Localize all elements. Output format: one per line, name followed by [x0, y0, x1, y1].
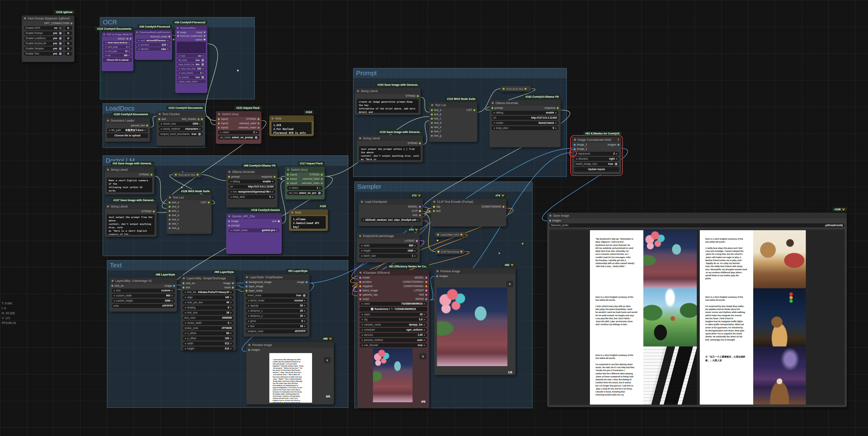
output-dot[interactable] [201, 118, 203, 120]
switch-any-117[interactable]: #117 Impact PackSwitch (Any)input1STRING… [285, 167, 325, 199]
preview-image-86[interactable]: #86Preview Imageimages"I just believe th… [246, 342, 334, 404]
clip-text-encode-2[interactable]: CLIP Text Encode (P.. [435, 249, 464, 254]
node-titlebar[interactable]: String Literal [105, 167, 154, 173]
increment-arrow-icon[interactable] [424, 303, 425, 305]
decrement-arrow-icon[interactable] [113, 289, 115, 291]
output-dot[interactable] [278, 220, 280, 222]
widget-distance_y[interactable]: distance_y25 [246, 314, 307, 318]
close-preview-button[interactable]: x [323, 357, 331, 363]
bypass-toggle[interactable]: Enable OCRno [24, 26, 63, 30]
string-literal-43[interactable]: #43 Save Image with Generat..String Lite… [105, 167, 154, 194]
input-dot[interactable] [158, 118, 160, 120]
increment-arrow-icon[interactable] [304, 300, 306, 302]
toggle-knob-icon[interactable] [615, 163, 618, 165]
output-dot[interactable] [425, 277, 427, 279]
input-dot[interactable] [431, 131, 433, 132]
toggle-knob-icon[interactable] [202, 59, 204, 62]
collapse-dot[interactable] [359, 235, 361, 237]
randomize-seed-button[interactable]: Randomize /742588048699618 [360, 307, 427, 311]
node-graph-canvas[interactable]: OCRLoadDocsDoctoLLMPromptSamplerText#119… [0, 0, 868, 436]
widget-file_path[interactable]: file_path布熊男友T.docx [107, 128, 148, 132]
string-literal-127[interactable]: #127 Save Image with Generat..String Lit… [105, 204, 157, 237]
node-titlebar[interactable]: LayerUtility: ColorImage V2 [110, 278, 177, 284]
input-slot[interactable]: text_c [431, 117, 441, 120]
collapse-dot[interactable] [169, 196, 171, 198]
input-slot[interactable]: image_1 [574, 143, 587, 146]
input-dot[interactable] [218, 118, 220, 120]
text-widget[interactable]: Make a short English summary of the foll… [107, 178, 152, 192]
node-titlebar[interactable]: DownloadAndLoadFlorence2Model [135, 30, 172, 35]
string-literal-116[interactable]: #116 Save Image with Generat..String Lit… [357, 135, 423, 162]
ollama-generate-102[interactable]: #102 ComfyUi-Ollama-YNOllama Generatepro… [490, 100, 561, 147]
output-dot[interactable] [321, 182, 323, 184]
input-dot[interactable] [359, 281, 361, 283]
widget-size[interactable]: sizecustom [112, 288, 175, 292]
document-loader[interactable]: #120 ComfyUI-DocumentsDocument Loaderpar… [105, 118, 150, 142]
increment-arrow-icon[interactable] [129, 46, 130, 48]
increment-arrow-icon[interactable] [424, 334, 425, 336]
decrement-arrow-icon[interactable] [184, 291, 186, 293]
text-list-115[interactable]: #115 WAS Node SuiteText Listtext_aLISTte… [429, 102, 477, 142]
input-dot[interactable] [287, 182, 289, 184]
output-slot[interactable]: STRING [310, 173, 323, 176]
input-slot[interactable]: input1 [287, 173, 297, 176]
widget-model_name[interactable]: model_namegemini-pro [228, 228, 280, 232]
input-dot[interactable] [248, 349, 250, 351]
output-dot[interactable] [146, 125, 148, 127]
input-dot[interactable] [168, 223, 170, 225]
button-choose-file-to-upload[interactable]: Choose file to upload [107, 133, 148, 138]
button-update-inputs[interactable]: Update inputs [574, 167, 619, 172]
decrement-arrow-icon[interactable] [184, 296, 186, 299]
toggle-knob-icon[interactable] [59, 42, 62, 45]
widget-invert_mask[interactable]: invert_masktrue [246, 293, 307, 298]
input-slot[interactable]: prompt [491, 106, 503, 110]
increment-arrow-icon[interactable] [414, 255, 416, 257]
increment-arrow-icon[interactable] [230, 312, 232, 314]
ksampler-efficient[interactable]: #81 Efficiency Nodes for Co..KSampler (E… [358, 270, 429, 408]
output-slot[interactable]: MODEL [408, 205, 421, 208]
decrement-arrow-icon[interactable] [361, 318, 363, 320]
output-dot[interactable] [425, 285, 427, 287]
decrement-arrow-icon[interactable] [361, 344, 363, 346]
widget-select[interactable]: select1 [287, 186, 322, 190]
output-dot[interactable] [419, 142, 421, 144]
input-dot[interactable] [359, 298, 361, 300]
input-dot[interactable] [246, 281, 248, 283]
output-slot[interactable]: text [272, 220, 280, 223]
widget-filename_prefix[interactable]: filename_prefixpdfread/comfy [549, 223, 845, 227]
input-slot[interactable]: clip [433, 205, 440, 208]
widget-cfg[interactable]: cfg5.0 [360, 318, 427, 322]
decrement-arrow-icon[interactable] [230, 229, 231, 231]
widget-debug[interactable]: debugenable [492, 111, 558, 115]
pdf-to-image[interactable]: #110 ComfyUI-DocumentsPDF to Image (Mult… [102, 32, 133, 71]
decrement-arrow-icon[interactable] [113, 294, 115, 297]
collapse-dot[interactable] [136, 31, 138, 33]
decrement-arrow-icon[interactable] [105, 41, 106, 43]
clip-text-encode-prompt[interactable]: #74CLIP Text Encode (Prompt)clipCONDITIO… [431, 199, 506, 226]
goto-group-button[interactable] [65, 31, 72, 35]
output-slot[interactable]: florence2_model [151, 35, 170, 38]
output-slot[interactable]: image [223, 282, 234, 285]
output-slot[interactable]: LIST [467, 108, 475, 112]
increment-arrow-icon[interactable] [555, 127, 557, 129]
decrement-arrow-icon[interactable] [184, 312, 186, 314]
input-dot[interactable] [246, 285, 248, 287]
output-slot[interactable]: CONDITIONING- [403, 285, 427, 288]
collapse-dot[interactable] [549, 215, 552, 217]
layerutility-simpletextimage[interactable]: #90 LayerStyleLayerUtility: SimpleTextIm… [181, 275, 236, 350]
node-titlebar[interactable]: Ollama Generate [226, 169, 277, 175]
node-titlebar[interactable]: LayerUtility: SimpleTextImage [181, 275, 236, 281]
output-dot[interactable] [416, 240, 418, 242]
output-dot[interactable] [618, 144, 619, 146]
collapse-dot[interactable] [574, 139, 576, 141]
input-slot[interactable]: positive [359, 280, 371, 283]
goto-group-button[interactable] [65, 52, 72, 56]
decrement-arrow-icon[interactable] [105, 54, 106, 56]
widget-height[interactable]: height512 [183, 347, 234, 351]
input-dot[interactable] [177, 35, 179, 37]
widget-sel_mode[interactable]: sel_modeselect_on_prompt [287, 191, 322, 195]
toggle-knob-icon[interactable] [59, 37, 62, 40]
input-dot[interactable] [503, 88, 505, 90]
input-slot[interactable]: input2 [287, 177, 297, 180]
output-slot[interactable]: image [164, 284, 175, 287]
